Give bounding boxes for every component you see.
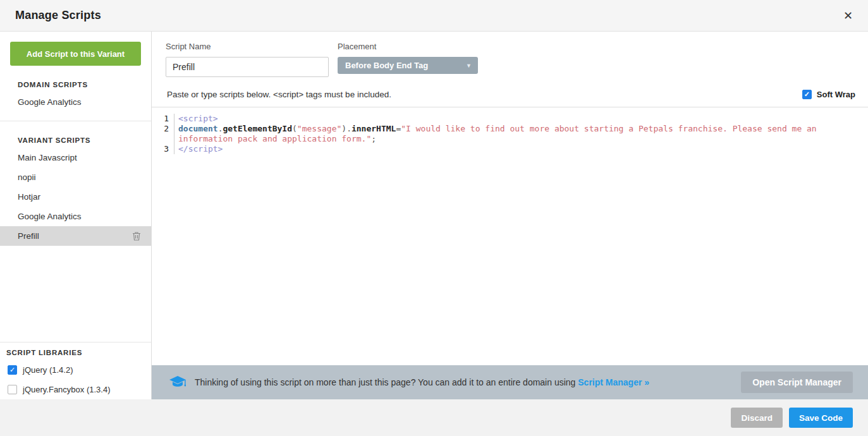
- sidebar-spacer: [0, 246, 151, 333]
- sidebar-item-hotjar[interactable]: Hotjar: [0, 187, 151, 207]
- code-line: document.getElementById("message").inner…: [174, 124, 868, 144]
- sidebar-item-label: Google Analytics: [18, 212, 82, 221]
- variant-scripts-heading: VARIANT SCRIPTS: [0, 136, 151, 148]
- library-item-jquery-1-4-2-[interactable]: ✓jQuery (1.4.2): [0, 360, 151, 380]
- soft-wrap-label: Soft Wrap: [817, 90, 855, 99]
- variant-scripts-list: Main JavascriptnopiiHotjarGoogle Analyti…: [0, 148, 151, 246]
- library-label: jQuery (1.4.2): [23, 365, 73, 375]
- add-script-button[interactable]: Add Script to this Variant: [10, 42, 141, 66]
- modal-title: Manage Scripts: [15, 9, 101, 22]
- script-manager-link[interactable]: Script Manager »: [578, 377, 649, 387]
- domain-scripts-heading: DOMAIN SCRIPTS: [0, 81, 151, 92]
- line-number: 2: [152, 124, 174, 144]
- code-line: <script>: [174, 114, 868, 124]
- sidebar: Add Script to this Variant DOMAIN SCRIPT…: [0, 32, 152, 399]
- sidebar-item-label: Prefill: [18, 231, 39, 241]
- sidebar-item-label: Main Javascript: [18, 153, 77, 162]
- banner-text: Thinking of using this script on more th…: [195, 377, 732, 387]
- placement-field: Placement Before Body End Tag ▼: [338, 42, 478, 77]
- code-line: </script>: [174, 144, 868, 154]
- soft-wrap-toggle[interactable]: ✓ Soft Wrap: [802, 90, 855, 99]
- script-name-label: Script Name: [166, 42, 329, 51]
- editor-lines: 1<script>2document.getElementById("messa…: [152, 114, 868, 154]
- placement-dropdown[interactable]: Before Body End Tag ▼: [338, 57, 478, 74]
- placement-selected-value: Before Body End Tag: [345, 61, 428, 70]
- banner-text-before: Thinking of using this script on more th…: [195, 377, 578, 387]
- script-name-field: Script Name: [166, 42, 329, 77]
- open-script-manager-button[interactable]: Open Script Manager: [741, 372, 853, 393]
- sidebar-divider: [0, 121, 151, 121]
- line-number: 3: [152, 144, 174, 154]
- script-name-input[interactable]: [166, 57, 329, 77]
- chevron-down-icon: ▼: [466, 63, 472, 69]
- sidebar-item-main-javascript[interactable]: Main Javascript: [0, 148, 151, 167]
- library-label: jQuery.Fancybox (1.3.4): [23, 385, 110, 394]
- instructions-row: Paste or type scripts below. <script> ta…: [152, 77, 868, 107]
- modal-body: Add Script to this Variant DOMAIN SCRIPT…: [0, 32, 868, 399]
- script-form: Script Name Placement Before Body End Ta…: [152, 32, 868, 77]
- trash-icon[interactable]: [132, 231, 141, 241]
- editor-line: 2document.getElementById("message").inne…: [152, 124, 868, 144]
- library-checkbox[interactable]: ✓: [8, 365, 17, 375]
- script-libraries-list: ✓jQuery (1.4.2)jQuery.Fancybox (1.3.4): [0, 360, 151, 399]
- sidebar-item-google-analytics[interactable]: Google Analytics: [0, 92, 151, 112]
- sidebar-item-nopii[interactable]: nopii: [0, 167, 151, 187]
- soft-wrap-checkbox[interactable]: ✓: [802, 90, 812, 99]
- code-editor[interactable]: 1<script>2document.getElementById("messa…: [152, 107, 868, 365]
- main-panel: Script Name Placement Before Body End Ta…: [152, 32, 868, 399]
- instructions-text: Paste or type scripts below. <script> ta…: [167, 90, 391, 99]
- line-number: 1: [152, 114, 174, 124]
- sidebar-item-prefill[interactable]: Prefill: [0, 226, 151, 246]
- graduation-cap-icon: [169, 376, 186, 389]
- editor-line: 3</script>: [152, 144, 868, 154]
- info-banner: Thinking of using this script on more th…: [152, 365, 868, 399]
- modal-footer: Discard Save Code: [0, 399, 868, 436]
- library-checkbox[interactable]: [8, 385, 17, 394]
- manage-scripts-modal: Manage Scripts ✕ Add Script to this Vari…: [0, 0, 868, 436]
- discard-button[interactable]: Discard: [731, 408, 783, 428]
- sidebar-item-label: Hotjar: [18, 192, 40, 202]
- domain-scripts-list: Google Analytics: [0, 92, 151, 112]
- sidebar-item-label: nopii: [18, 173, 36, 182]
- script-libraries-heading: SCRIPT LIBRARIES: [0, 349, 151, 360]
- library-item-jquery-fancybox-1-3-4-[interactable]: jQuery.Fancybox (1.3.4): [0, 380, 151, 399]
- save-code-button[interactable]: Save Code: [789, 408, 853, 428]
- placement-label: Placement: [338, 42, 478, 51]
- sidebar-item-google-analytics[interactable]: Google Analytics: [0, 207, 151, 226]
- close-icon[interactable]: ✕: [843, 10, 853, 21]
- editor-line: 1<script>: [152, 114, 868, 124]
- modal-header: Manage Scripts ✕: [0, 0, 868, 32]
- sidebar-divider: [0, 342, 151, 342]
